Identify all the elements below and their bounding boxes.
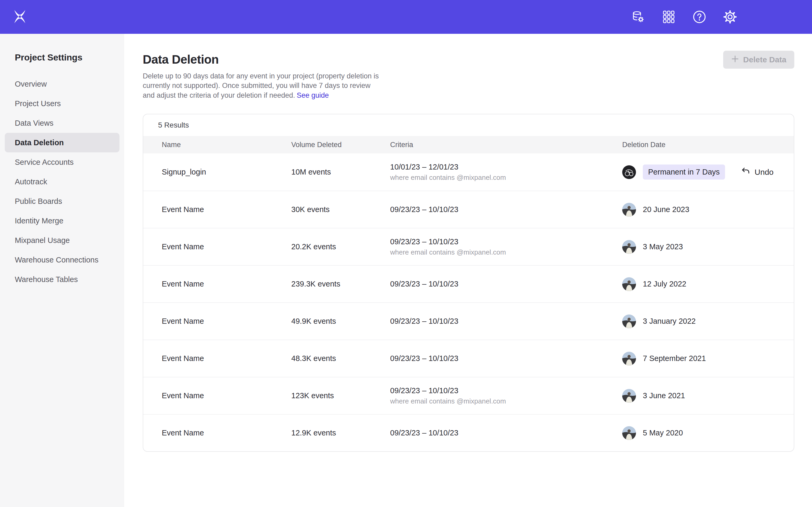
criteria-range: 09/23/23 – 10/10/23 [390,386,622,395]
sidebar: Project Settings Overview Project Users … [0,34,124,507]
avatar [622,165,636,179]
cell-criteria: 09/23/23 – 10/10/23 [390,205,622,214]
criteria-range: 09/23/23 – 10/10/23 [390,429,622,437]
table-row: Event Name 12.9K events 09/23/23 – 10/10… [143,414,794,451]
avatar [622,426,636,440]
apps-grid-icon[interactable] [662,10,676,24]
deletion-table-card: 5 Results Name Volume Deleted Criteria D… [143,114,794,452]
table-row: Event Name 48.3K events 09/23/23 – 10/10… [143,340,794,377]
column-header-deletion-date: Deletion Date [622,141,794,149]
cell-criteria: 10/01/23 – 12/01/23 where email contains… [390,163,622,182]
deletion-date: 12 July 2022 [643,280,686,288]
table-header-row: Name Volume Deleted Criteria Deletion Da… [143,136,794,154]
criteria-range: 10/01/23 – 12/01/23 [390,163,622,171]
cell-deletion-date: 20 June 2023 [622,203,794,217]
cell-volume: 30K events [291,205,390,214]
cell-criteria: 09/23/23 – 10/10/23 where email contains… [390,386,622,405]
sidebar-item-warehouse-connections[interactable]: Warehouse Connections [5,250,119,270]
sidebar-item-overview[interactable]: Overview [5,74,119,94]
cell-criteria: 09/23/23 – 10/10/23 [390,317,622,326]
cell-name: Event Name [162,317,291,326]
criteria-range: 09/23/23 – 10/10/23 [390,317,622,326]
deletion-date: 3 June 2021 [643,391,685,400]
top-navigation [0,0,812,34]
column-header-volume-deleted: Volume Deleted [291,141,390,149]
cell-volume: 12.9K events [291,429,390,437]
avatar [622,352,636,365]
sidebar-item-mixpanel-usage[interactable]: Mixpanel Usage [5,230,119,250]
criteria-range: 09/23/23 – 10/10/23 [390,354,622,363]
plus-icon [731,55,739,65]
criteria-filter: where email contains @mixpanel.com [390,248,622,257]
mixpanel-logo[interactable] [13,9,27,24]
sidebar-item-identity-merge[interactable]: Identity Merge [5,211,119,230]
cell-criteria: 09/23/23 – 10/10/23 [390,429,622,437]
sidebar-item-service-accounts[interactable]: Service Accounts [5,152,119,172]
sidebar-title: Project Settings [15,52,124,63]
sidebar-item-data-deletion[interactable]: Data Deletion [5,133,119,152]
cell-name: Event Name [162,205,291,214]
cell-deletion-date: 3 May 2023 [622,240,794,254]
table-row: Event Name 49.9K events 09/23/23 – 10/10… [143,302,794,340]
avatar [622,240,636,254]
page-description-text: Delete up to 90 days data for any event … [143,72,379,99]
sidebar-item-label: Project Users [15,99,61,108]
criteria-filter: where email contains @mixpanel.com [390,173,622,182]
sidebar-item-label: Mixpanel Usage [15,236,70,245]
table-row: Event Name 30K events 09/23/23 – 10/10/2… [143,191,794,228]
sidebar-item-data-views[interactable]: Data Views [5,113,119,133]
cell-name: Event Name [162,242,291,251]
deletion-date: 7 September 2021 [643,354,706,363]
criteria-filter: where email contains @mixpanel.com [390,397,622,405]
cell-name: Event Name [162,429,291,437]
criteria-range: 09/23/23 – 10/10/23 [390,280,622,288]
deletion-date: 3 January 2022 [643,317,696,326]
cell-criteria: 09/23/23 – 10/10/23 [390,280,622,288]
help-icon[interactable] [693,10,706,24]
delete-data-label: Delete Data [743,55,786,64]
data-settings-icon[interactable] [631,10,645,24]
undo-icon [741,166,750,178]
cell-deletion-date: 7 September 2021 [622,352,794,365]
deletion-date: 20 June 2023 [643,205,689,214]
undo-label: Undo [755,168,774,177]
column-header-name: Name [162,141,291,149]
cell-volume: 123K events [291,391,390,400]
table-row: Event Name 239.3K events 09/23/23 – 10/1… [143,265,794,302]
main-layout: Project Settings Overview Project Users … [0,34,812,507]
page-description: Delete up to 90 days data for any event … [143,71,382,100]
sidebar-item-label: Warehouse Connections [15,256,99,264]
cell-criteria: 09/23/23 – 10/10/23 [390,354,622,363]
sidebar-item-warehouse-tables[interactable]: Warehouse Tables [5,270,119,289]
table-row: Event Name 20.2K events 09/23/23 – 10/10… [143,228,794,265]
cell-deletion-date: 12 July 2022 [622,277,794,291]
undo-button[interactable]: Undo [741,166,774,178]
cell-volume: 48.3K events [291,354,390,363]
cell-deletion-date: 3 January 2022 [622,315,794,328]
delete-data-button[interactable]: Delete Data [723,51,794,69]
sidebar-item-label: Data Deletion [15,138,64,147]
sidebar-item-label: Autotrack [15,177,47,186]
sidebar-item-project-users[interactable]: Project Users [5,94,119,113]
status-badge: Permanent in 7 Days [643,165,725,180]
cell-deletion-date: Permanent in 7 Days Undo [622,165,794,180]
deletion-date: 5 May 2020 [643,429,683,437]
table-row: Event Name 123K events 09/23/23 – 10/10/… [143,377,794,414]
cell-name: Signup_login [162,168,291,176]
cell-deletion-date: 5 May 2020 [622,426,794,440]
results-count: 5 Results [143,114,794,136]
criteria-range: 09/23/23 – 10/10/23 [390,205,622,214]
cell-volume: 239.3K events [291,280,390,288]
sidebar-item-label: Warehouse Tables [15,275,78,284]
sidebar-item-autotrack[interactable]: Autotrack [5,172,119,191]
cell-volume: 10M events [291,168,390,176]
settings-icon[interactable] [723,10,737,24]
deletion-date: 3 May 2023 [643,242,683,251]
see-guide-link[interactable]: See guide [297,91,329,99]
sidebar-item-label: Overview [15,80,47,89]
cell-deletion-date: 3 June 2021 [622,389,794,403]
avatar [622,389,636,403]
cell-name: Event Name [162,280,291,288]
sidebar-item-public-boards[interactable]: Public Boards [5,191,119,211]
cell-name: Event Name [162,391,291,400]
